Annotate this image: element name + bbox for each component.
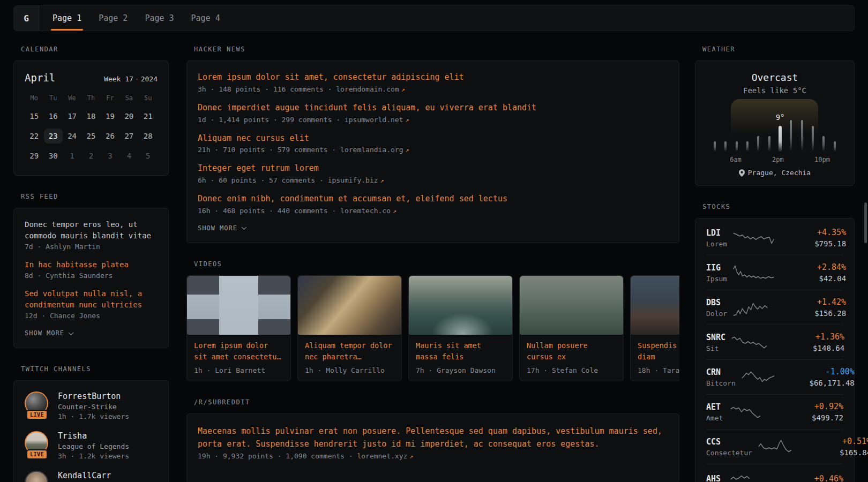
stock-row[interactable]: SNRCSit +1.36%$148.64 [706, 325, 843, 359]
stock-change: -1.00% [791, 367, 855, 376]
calendar-day-next-month: 4 [119, 147, 138, 164]
twitch-channel-name[interactable]: Trisha [58, 431, 129, 441]
hn-item: Aliquam nec cursus elit 21h · 710 points… [198, 133, 668, 154]
hn-item-title[interactable]: Donec enim nibh, condimentum et accumsan… [198, 193, 668, 205]
stock-row[interactable]: CRNBitcorn -1.00%$66,171.48 [706, 359, 843, 394]
tab-page-3[interactable]: Page 3 [143, 6, 175, 31]
stock-row[interactable]: AETAmet +0.92%$499.72 [706, 394, 843, 429]
page-scrollbar-thumb[interactable] [864, 202, 867, 243]
stock-ticker[interactable]: IIG [706, 263, 727, 273]
video-card[interactable]: Lorem ipsum dolor sit amet consectetu… 1… [186, 275, 291, 381]
weather-hour-label [762, 152, 772, 164]
stock-change: +0.51% [808, 436, 868, 446]
subreddit-post-meta: 19h · 9,932 points · 1,090 comments · lo… [198, 452, 668, 460]
calendar-day-selected: 23 [43, 127, 62, 145]
video-title[interactable]: Suspendis diam [638, 340, 679, 363]
calendar-day: 21 [139, 107, 158, 125]
video-meta: 18h · Tara [638, 366, 679, 374]
stock-row[interactable]: DBSDolor +1.42%$156.28 [706, 290, 843, 325]
hn-item-title[interactable]: Lorem ipsum dolor sit amet, consectetur … [198, 72, 668, 84]
rss-item-title[interactable]: Sed volutpat nulla nisl, a condimentum n… [25, 288, 158, 311]
twitch-channel-name[interactable]: KendallCarr [58, 471, 111, 480]
tab-page-4[interactable]: Page 4 [190, 6, 222, 31]
stock-price: $499.72 [780, 413, 843, 422]
video-card[interactable]: Suspendis diam 18h · Tara [630, 275, 679, 381]
calendar-dow: Su [139, 91, 158, 105]
hn-item-meta: 16h · 468 points · 440 comments · loremt… [198, 207, 668, 215]
calendar-day: 22 [25, 127, 43, 145]
rss-item-meta: 7d · Ashlyn Martin [25, 243, 158, 251]
weather-feels-like: Feels like 5°C [706, 86, 843, 95]
stock-price: $165.84 [808, 448, 868, 457]
hn-item: Donec enim nibh, condimentum et accumsan… [198, 193, 668, 215]
tab-page-1[interactable]: Page 1 [51, 6, 83, 31]
weather-hour-label [830, 152, 840, 164]
calendar-day: 17 [63, 107, 81, 125]
hn-item-title[interactable]: Integer eget rutrum lorem [198, 163, 668, 175]
calendar-dow: Th [81, 91, 100, 105]
stock-name: Consectetur [706, 449, 752, 457]
stock-ticker[interactable]: AHS [706, 474, 724, 482]
stock-ticker[interactable]: CCS [706, 437, 752, 447]
video-title[interactable]: Lorem ipsum dolor sit amet consectetu… [194, 340, 283, 363]
hn-item-meta: 21h · 710 points · 579 comments · loreml… [198, 146, 668, 154]
hn-item-title[interactable]: Donec imperdiet augue tincidunt felis al… [198, 102, 668, 114]
weather-hour-label: 2pm [772, 152, 784, 164]
video-card[interactable]: Aliquam tempor dolor nec pharetra… 1h · … [297, 275, 402, 381]
twitch-channel-row[interactable]: LIVE Trisha League of Legends 3h · 1.2k … [25, 431, 158, 460]
calendar-widget: April Week 17·2024 Mo Tu We Th Fr Sa Su … [13, 61, 169, 176]
live-badge: LIVE [26, 449, 48, 460]
stock-sparkline [758, 438, 803, 455]
calendar-day: 28 [139, 127, 158, 145]
stock-sparkline [731, 334, 776, 351]
twitch-channel-row[interactable]: KendallCarr [25, 471, 158, 482]
weather-hour-bar [818, 109, 829, 152]
tab-page-2[interactable]: Page 2 [97, 6, 129, 31]
stock-sparkline [730, 471, 775, 482]
twitch-channel-name[interactable]: ForrestBurton [58, 391, 129, 401]
calendar-day: 25 [81, 127, 100, 145]
video-title[interactable]: Aliquam tempor dolor nec pharetra… [305, 340, 394, 363]
video-title[interactable]: Mauris sit amet massa felis [416, 340, 505, 363]
stock-ticker[interactable]: AET [706, 402, 724, 412]
rss-show-more-button[interactable]: SHOW MORE [25, 329, 158, 337]
subreddit-post-title[interactable]: Maecenas mollis pulvinar erat non posuer… [198, 425, 668, 450]
calendar-day: 24 [63, 127, 81, 145]
stock-change: +0.92% [780, 402, 843, 411]
video-card[interactable]: Nullam posuere cursus ex 17h · Stefan Co… [519, 275, 624, 381]
chevron-down-icon [242, 224, 247, 230]
weather-hour-bar [785, 109, 796, 152]
twitch-channel-viewers: 1h · 1.7k viewers [58, 412, 129, 420]
stock-price: $42.04 [783, 274, 846, 283]
stock-ticker[interactable]: CRN [706, 367, 736, 377]
weather-hour-bar [720, 109, 731, 152]
calendar-day: 16 [43, 107, 62, 125]
weather-hour-label [784, 152, 794, 164]
stock-row[interactable]: LDILorem +4.35%$795.18 [706, 221, 843, 255]
calendar-day: 18 [81, 107, 100, 125]
stock-ticker[interactable]: LDI [706, 228, 727, 238]
stock-row[interactable]: CCSConsectetur +0.51%$165.84 [706, 429, 843, 464]
stock-ticker[interactable]: SNRC [706, 333, 725, 342]
rss-item-title[interactable]: In hac habitasse platea [25, 259, 158, 270]
stock-price: $66,171.48 [791, 379, 855, 387]
video-title[interactable]: Nullam posuere cursus ex [527, 340, 616, 363]
left-column: CALENDAR April Week 17·2024 Mo Tu We Th … [13, 40, 169, 482]
twitch-avatar-wrap: LIVE [25, 391, 49, 416]
video-card[interactable]: Mauris sit amet massa felis 7h · Grayson… [408, 275, 513, 381]
stock-ticker[interactable]: DBS [706, 298, 727, 307]
stock-name: Amet [706, 414, 724, 422]
calendar-day-next-month: 3 [101, 147, 119, 164]
twitch-channel-row[interactable]: LIVE ForrestBurton Counter-Strike 1h · 1… [25, 391, 158, 420]
right-column: WEATHER Overcast Feels like 5°C 9° 6am2p… [695, 40, 855, 482]
rss-item-title[interactable]: Donec tempor eros leo, ut commodo mauris… [25, 219, 158, 242]
chevron-down-icon [69, 330, 74, 335]
rss-widget: Donec tempor eros leo, ut commodo mauris… [13, 208, 169, 348]
stock-row[interactable]: IIGIpsum +2.84%$42.04 [706, 255, 843, 290]
hn-show-more-button[interactable]: SHOW MORE [198, 224, 668, 232]
stock-row[interactable]: AHS +0.46% [706, 464, 843, 482]
hn-item-title[interactable]: Aliquam nec cursus elit [198, 133, 668, 145]
calendar-dow: Sa [119, 91, 138, 105]
app-logo[interactable]: G [14, 6, 39, 31]
hn-item-meta: 1d · 1,414 points · 299 comments · ipsum… [198, 116, 668, 124]
